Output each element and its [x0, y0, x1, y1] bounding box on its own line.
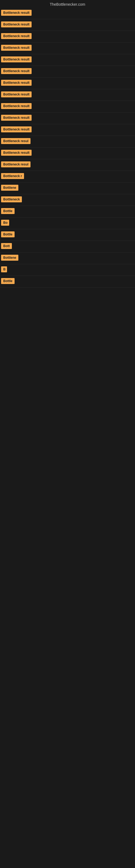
- bottleneck-row-8: Bottleneck result: [0, 89, 135, 101]
- bottleneck-badge-19[interactable]: Bo: [1, 220, 9, 226]
- bottleneck-badge-7[interactable]: Bottleneck result: [1, 80, 32, 86]
- bottleneck-badge-21[interactable]: Bott: [1, 243, 12, 249]
- rows-container: Bottleneck resultBottleneck resultBottle…: [0, 8, 135, 287]
- bottleneck-badge-13[interactable]: Bottleneck result: [1, 150, 32, 156]
- bottleneck-row-18: Bottle: [0, 206, 135, 218]
- bottleneck-badge-14[interactable]: Bottleneck resul: [1, 161, 31, 167]
- bottleneck-row-17: Bottleneck: [0, 194, 135, 206]
- bottleneck-row-2: Bottleneck result: [0, 19, 135, 31]
- bottleneck-badge-1[interactable]: Bottleneck result: [1, 10, 32, 16]
- bottleneck-badge-17[interactable]: Bottleneck: [1, 196, 22, 203]
- bottleneck-row-16: Bottlene: [0, 183, 135, 194]
- bottleneck-badge-24[interactable]: Bottle: [1, 278, 14, 284]
- bottleneck-badge-18[interactable]: Bottle: [1, 208, 14, 214]
- bottleneck-badge-15[interactable]: Bottleneck r: [1, 173, 24, 179]
- bottleneck-badge-2[interactable]: Bottleneck result: [1, 22, 32, 27]
- bottleneck-row-4: Bottleneck result: [0, 42, 135, 54]
- bottleneck-badge-20[interactable]: Bottle: [1, 231, 14, 237]
- bottleneck-row-14: Bottleneck resul: [0, 159, 135, 171]
- bottleneck-row-23: B: [0, 264, 135, 276]
- bottleneck-badge-16[interactable]: Bottlene: [1, 185, 18, 191]
- bottleneck-badge-23[interactable]: B: [1, 267, 7, 272]
- bottleneck-row-22: Bottlene: [0, 252, 135, 264]
- bottleneck-row-20: Bottle: [0, 229, 135, 241]
- bottleneck-badge-8[interactable]: Bottleneck result: [1, 91, 32, 97]
- site-title: TheBottlenecker.com: [0, 0, 135, 8]
- bottleneck-badge-5[interactable]: Bottleneck result: [1, 56, 32, 62]
- bottleneck-row-15: Bottleneck r: [0, 171, 135, 183]
- site-title-container: TheBottlenecker.com: [0, 0, 135, 8]
- bottleneck-row-19: Bo: [0, 218, 135, 229]
- bottleneck-badge-9[interactable]: Bottleneck result: [1, 103, 32, 109]
- bottleneck-row-6: Bottleneck result: [0, 66, 135, 78]
- bottleneck-badge-12[interactable]: Bottleneck resul: [1, 138, 31, 144]
- bottleneck-row-5: Bottleneck result: [0, 54, 135, 66]
- bottleneck-row-24: Bottle: [0, 276, 135, 287]
- bottleneck-row-12: Bottleneck resul: [0, 136, 135, 148]
- bottleneck-badge-4[interactable]: Bottleneck result: [1, 45, 32, 51]
- bottleneck-row-11: Bottleneck result: [0, 124, 135, 136]
- bottleneck-row-21: Bott: [0, 241, 135, 252]
- bottleneck-row-7: Bottleneck result: [0, 78, 135, 89]
- bottleneck-badge-10[interactable]: Bottleneck result: [1, 115, 32, 121]
- bottleneck-badge-3[interactable]: Bottleneck result: [1, 33, 32, 39]
- bottleneck-badge-11[interactable]: Bottleneck result: [1, 126, 32, 132]
- bottleneck-row-10: Bottleneck result: [0, 113, 135, 124]
- bottleneck-badge-6[interactable]: Bottleneck result: [1, 68, 32, 74]
- bottleneck-row-3: Bottleneck result: [0, 31, 135, 42]
- bottleneck-badge-22[interactable]: Bottlene: [1, 255, 18, 261]
- bottleneck-row-13: Bottleneck result: [0, 148, 135, 159]
- bottleneck-row-1: Bottleneck result: [0, 8, 135, 19]
- bottleneck-row-9: Bottleneck result: [0, 101, 135, 113]
